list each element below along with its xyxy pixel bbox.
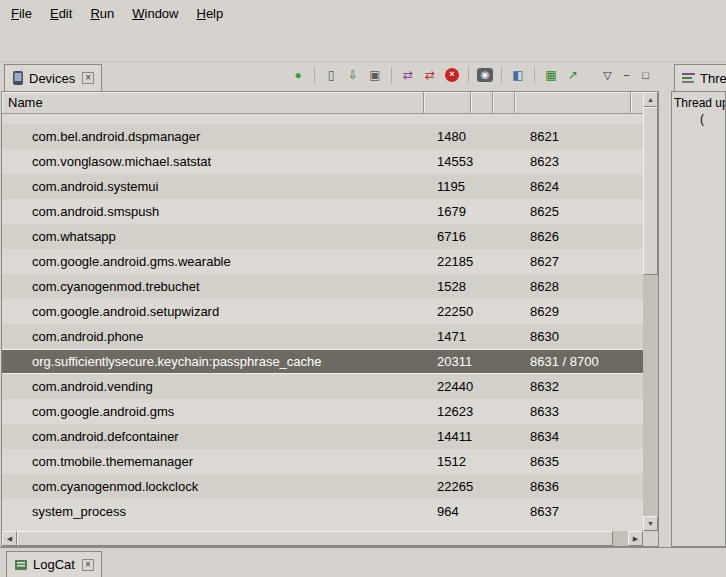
cell-pid: 14553 [432, 154, 480, 169]
table-row[interactable]: com.android.defcontainer144118634 [2, 424, 643, 449]
start-method-profiling-icon[interactable]: ⇄ [421, 66, 439, 84]
table-row[interactable]: com.android.systemui11958624 [2, 174, 643, 199]
logcat-tab-close-icon[interactable]: × [82, 559, 94, 571]
toolbar-separator [468, 67, 469, 83]
system-info-icon[interactable]: ◧ [509, 66, 527, 84]
devices-panel: Devices × ●▯⇩▣⇄⇄×◉◧▦↗▽−□ Name com.bel.an… [1, 62, 659, 547]
cell-pid: 14411 [432, 429, 480, 444]
horizontal-scrollbar[interactable]: ◀ ▶ [2, 531, 643, 546]
table-row[interactable]: com.google.android.gms.wearable221858627 [2, 249, 643, 274]
network-stats-icon[interactable]: ▦ [542, 66, 560, 84]
table-row[interactable]: com.cyanogenmod.lockclock222658636 [2, 474, 643, 499]
cell-name: com.google.android.gms [2, 404, 432, 419]
menu-item-help[interactable]: Help [187, 2, 232, 25]
horizontal-scroll-thumb[interactable] [17, 531, 613, 546]
cell-name: com.cyanogenmod.lockclock [2, 479, 432, 494]
table-row[interactable]: com.whatsapp67168626 [2, 224, 643, 249]
cell-pid: 1195 [432, 179, 480, 194]
maximize-icon[interactable]: □ [638, 66, 653, 84]
table-row-selected[interactable]: org.sufficientlysecure.keychain:passphra… [2, 349, 643, 374]
table-row[interactable]: com.bel.android.dspmanager14808621 [2, 124, 643, 149]
column-header-filler [631, 92, 643, 113]
cell-pid: 20311 [432, 354, 480, 369]
table-row[interactable]: com.google.android.setupwizard222508629 [2, 299, 643, 324]
scroll-left-button[interactable]: ◀ [2, 531, 17, 546]
start-tracing-icon[interactable]: ↗ [564, 66, 582, 84]
tab-threads[interactable]: Threads [674, 64, 726, 91]
tab-logcat[interactable]: LogCat × [6, 551, 102, 577]
column-header-name[interactable]: Name [2, 92, 424, 113]
cell-name: com.vonglasow.michael.satstat [2, 154, 432, 169]
cell-name: org.sufficientlysecure.keychain:passphra… [2, 354, 432, 369]
menubar: FileEditRunWindowHelp [0, 0, 726, 26]
cell-pid: 6716 [432, 229, 480, 244]
cell-pid: 1480 [432, 129, 480, 144]
dump-hprof-icon[interactable]: ⇩ [344, 66, 362, 84]
table-row[interactable]: com.android.vending224408632 [2, 374, 643, 399]
cell-pid: 964 [432, 504, 480, 519]
menu-item-file[interactable]: File [2, 2, 41, 25]
cell-port: 8621 [524, 129, 642, 144]
menubar-items: FileEditRunWindowHelp [2, 2, 232, 25]
cell-port: 8632 [524, 379, 642, 394]
column-header-col3[interactable] [493, 92, 515, 113]
devices-tab-close-icon[interactable]: × [82, 72, 94, 84]
table-row[interactable]: com.vonglasow.michael.satstat145538623 [2, 149, 643, 174]
cell-name: com.bel.android.dspmanager [2, 129, 432, 144]
vertical-scrollbar[interactable]: ▲ ▼ [643, 92, 658, 531]
minimize-icon[interactable]: − [619, 66, 634, 84]
vertical-scroll-thumb[interactable] [643, 107, 658, 275]
table-row[interactable]: com.google.android.gms126238633 [2, 399, 643, 424]
column-header-col2[interactable] [471, 92, 493, 113]
table-row[interactable]: com.tmobile.thememanager15128635 [2, 449, 643, 474]
toolbar-separator [314, 67, 315, 83]
cell-port: 8633 [524, 404, 642, 419]
cell-name: com.android.defcontainer [2, 429, 432, 444]
cell-name: com.android.phone [2, 329, 432, 344]
devices-tab-icon [12, 71, 24, 85]
cell-port: 8623 [524, 154, 642, 169]
toolbar-strip [0, 26, 726, 62]
cell-port: 8629 [524, 304, 642, 319]
debug-icon[interactable]: ● [289, 66, 307, 84]
table-row[interactable]: system_process9648637 [2, 499, 643, 524]
menu-item-window[interactable]: Window [123, 2, 187, 25]
screen-capture-icon[interactable]: ◉ [477, 68, 493, 82]
scroll-up-button[interactable]: ▲ [643, 92, 658, 107]
cell-name: com.tmobile.thememanager [2, 454, 432, 469]
cell-pid: 22440 [432, 379, 480, 394]
cell-pid: 12623 [432, 404, 480, 419]
table-row[interactable]: com.cyanogenmod.trebuchet15288628 [2, 274, 643, 299]
scroll-right-button[interactable]: ▶ [628, 531, 643, 546]
threads-panel-header: Threads [671, 62, 726, 91]
table-row[interactable]: com.android.smspush16798625 [2, 199, 643, 224]
scrollbar-corner [643, 531, 658, 546]
table-row[interactable]: com.android.phone14718630 [2, 324, 643, 349]
menu-item-run[interactable]: Run [81, 2, 123, 25]
cell-pid: 1679 [432, 204, 480, 219]
cause-gc-icon[interactable]: ▣ [366, 66, 384, 84]
column-header-col1[interactable] [424, 92, 471, 113]
update-heap-icon[interactable]: ▯ [322, 66, 340, 84]
update-threads-icon[interactable]: ⇄ [399, 66, 417, 84]
threads-message-line: Thread up [674, 95, 723, 111]
column-header-col4[interactable] [515, 92, 631, 113]
devices-tab-label: Devices [29, 71, 75, 86]
scroll-down-button[interactable]: ▼ [643, 516, 658, 531]
tab-devices[interactable]: Devices × [4, 64, 102, 91]
panel-sash[interactable] [659, 62, 671, 547]
window: FileEditRunWindowHelp Devices × ●▯⇩▣⇄⇄×◉… [0, 0, 726, 577]
main-area: Devices × ●▯⇩▣⇄⇄×◉◧▦↗▽−□ Name com.bel.an… [0, 62, 726, 547]
cell-pid: 1471 [432, 329, 480, 344]
stop-process-icon[interactable]: × [445, 68, 459, 82]
view-menu-icon[interactable]: ▽ [600, 66, 615, 84]
cell-port: 8626 [524, 229, 642, 244]
toolbar-separator [391, 67, 392, 83]
threads-tab-label: Threads [700, 71, 726, 86]
menu-item-edit[interactable]: Edit [41, 2, 81, 25]
logcat-tab-icon [14, 559, 28, 571]
cell-pid: 1528 [432, 279, 480, 294]
cell-name: com.whatsapp [2, 229, 432, 244]
devices-panel-header: Devices × ●▯⇩▣⇄⇄×◉◧▦↗▽−□ [1, 62, 659, 91]
cell-port: 8636 [524, 479, 642, 494]
